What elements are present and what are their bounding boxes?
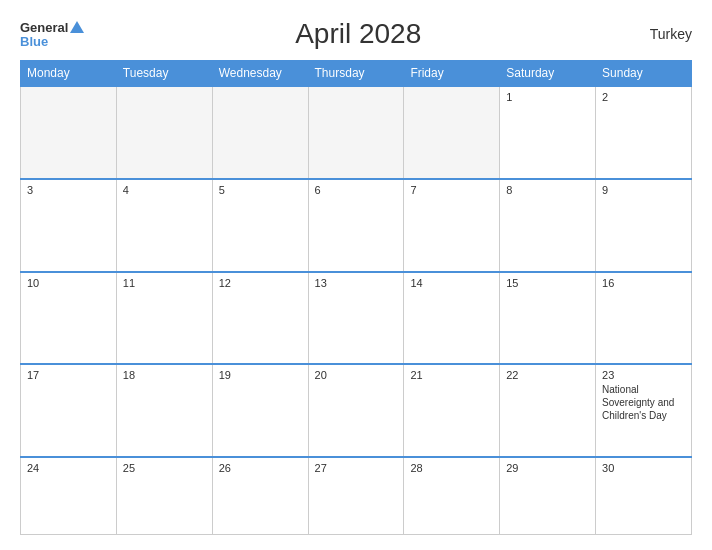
calendar-cell-r0-c6: 2	[596, 86, 692, 179]
calendar-cell-r0-c3	[308, 86, 404, 179]
day-number: 17	[27, 369, 110, 381]
calendar-title: April 2028	[84, 18, 632, 50]
day-number: 27	[315, 462, 398, 474]
day-number: 6	[315, 184, 398, 196]
day-number: 15	[506, 277, 589, 289]
day-number: 4	[123, 184, 206, 196]
calendar-cell-r1-c4: 7	[404, 179, 500, 272]
day-number: 20	[315, 369, 398, 381]
calendar-header: General Blue April 2028 Turkey	[20, 18, 692, 50]
day-number: 21	[410, 369, 493, 381]
calendar-cell-r2-c1: 11	[116, 272, 212, 365]
calendar-cell-r2-c3: 13	[308, 272, 404, 365]
calendar-row-0: 12	[21, 86, 692, 179]
calendar-cell-r4-c6: 30	[596, 457, 692, 534]
logo: General Blue	[20, 21, 84, 48]
day-number: 1	[506, 91, 589, 103]
calendar-body: 1234567891011121314151617181920212223Nat…	[21, 86, 692, 535]
weekday-header-row: Monday Tuesday Wednesday Thursday Friday…	[21, 61, 692, 87]
day-number: 2	[602, 91, 685, 103]
calendar-cell-r1-c5: 8	[500, 179, 596, 272]
day-number: 25	[123, 462, 206, 474]
col-monday: Monday	[21, 61, 117, 87]
calendar-cell-r4-c4: 28	[404, 457, 500, 534]
col-friday: Friday	[404, 61, 500, 87]
logo-general: General	[20, 21, 68, 34]
calendar-cell-r2-c6: 16	[596, 272, 692, 365]
calendar-cell-r0-c1	[116, 86, 212, 179]
day-number: 30	[602, 462, 685, 474]
calendar-cell-r1-c3: 6	[308, 179, 404, 272]
calendar-cell-r3-c4: 21	[404, 364, 500, 457]
calendar-cell-r1-c0: 3	[21, 179, 117, 272]
calendar-cell-r4-c2: 26	[212, 457, 308, 534]
day-number: 8	[506, 184, 589, 196]
day-number: 23	[602, 369, 685, 381]
calendar-thead: Monday Tuesday Wednesday Thursday Friday…	[21, 61, 692, 87]
day-number: 18	[123, 369, 206, 381]
country-label: Turkey	[632, 26, 692, 42]
logo-row1: General	[20, 21, 84, 35]
calendar-table: Monday Tuesday Wednesday Thursday Friday…	[20, 60, 692, 535]
calendar-cell-r1-c6: 9	[596, 179, 692, 272]
day-number: 3	[27, 184, 110, 196]
day-number: 16	[602, 277, 685, 289]
day-number: 12	[219, 277, 302, 289]
calendar-cell-r3-c2: 19	[212, 364, 308, 457]
col-tuesday: Tuesday	[116, 61, 212, 87]
calendar-row-4: 24252627282930	[21, 457, 692, 534]
calendar-cell-r0-c5: 1	[500, 86, 596, 179]
col-sunday: Sunday	[596, 61, 692, 87]
calendar-cell-r3-c6: 23National Sovereignty and Children's Da…	[596, 364, 692, 457]
calendar-cell-r2-c5: 15	[500, 272, 596, 365]
day-event: National Sovereignty and Children's Day	[602, 383, 685, 422]
calendar-cell-r0-c4	[404, 86, 500, 179]
calendar-cell-r3-c1: 18	[116, 364, 212, 457]
calendar-cell-r4-c0: 24	[21, 457, 117, 534]
calendar-cell-r4-c5: 29	[500, 457, 596, 534]
calendar-cell-r0-c0	[21, 86, 117, 179]
day-number: 13	[315, 277, 398, 289]
logo-inner: General Blue	[20, 21, 84, 48]
day-number: 9	[602, 184, 685, 196]
calendar-cell-r2-c4: 14	[404, 272, 500, 365]
calendar-cell-r1-c1: 4	[116, 179, 212, 272]
logo-triangle-icon	[70, 21, 84, 33]
calendar-cell-r2-c0: 10	[21, 272, 117, 365]
logo-blue: Blue	[20, 35, 48, 48]
day-number: 10	[27, 277, 110, 289]
day-number: 24	[27, 462, 110, 474]
day-number: 14	[410, 277, 493, 289]
col-saturday: Saturday	[500, 61, 596, 87]
calendar-cell-r3-c0: 17	[21, 364, 117, 457]
day-number: 22	[506, 369, 589, 381]
calendar-row-2: 10111213141516	[21, 272, 692, 365]
calendar-page: General Blue April 2028 Turkey Monday Tu…	[0, 0, 712, 550]
day-number: 19	[219, 369, 302, 381]
day-number: 5	[219, 184, 302, 196]
day-number: 11	[123, 277, 206, 289]
col-wednesday: Wednesday	[212, 61, 308, 87]
calendar-cell-r2-c2: 12	[212, 272, 308, 365]
day-number: 29	[506, 462, 589, 474]
calendar-row-3: 17181920212223National Sovereignty and C…	[21, 364, 692, 457]
col-thursday: Thursday	[308, 61, 404, 87]
calendar-cell-r4-c3: 27	[308, 457, 404, 534]
day-number: 26	[219, 462, 302, 474]
calendar-cell-r1-c2: 5	[212, 179, 308, 272]
calendar-cell-r4-c1: 25	[116, 457, 212, 534]
day-number: 28	[410, 462, 493, 474]
calendar-cell-r3-c3: 20	[308, 364, 404, 457]
calendar-cell-r0-c2	[212, 86, 308, 179]
calendar-cell-r3-c5: 22	[500, 364, 596, 457]
day-number: 7	[410, 184, 493, 196]
calendar-row-1: 3456789	[21, 179, 692, 272]
